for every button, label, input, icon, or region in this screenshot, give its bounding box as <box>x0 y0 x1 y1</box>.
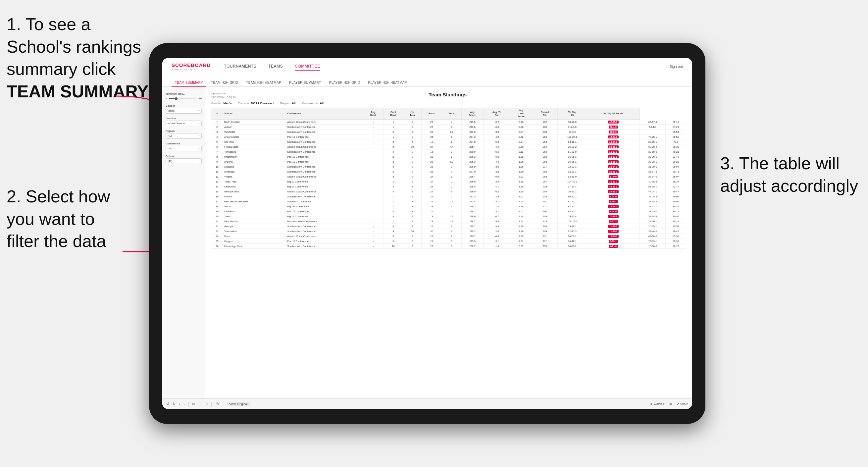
table-cell: Southeastern Conference <box>286 244 363 249</box>
table-row: 1North CarolinaAtlantic Coast Conference… <box>211 120 686 125</box>
table-cell: 265 <box>532 149 558 154</box>
table-cell: 80.94 <box>665 164 686 169</box>
table-cell: 1.98 <box>510 159 532 164</box>
table-cell: 2 <box>383 154 403 159</box>
table-cell: 33-38-4 <box>640 214 665 219</box>
table-cell: 1 <box>383 204 403 209</box>
table-cell: 14-21-0 <box>587 159 640 164</box>
filter-division: Division: NCAA Division I <box>239 102 274 105</box>
table-cell: - <box>363 184 383 189</box>
sidebar-gender-select[interactable]: Men's ▾ <box>165 108 202 114</box>
table-cell: 264 <box>532 145 558 149</box>
table-cell: 13-24-1 <box>587 164 640 169</box>
table-cell: - <box>363 125 383 129</box>
col-overall-rec: OverallRd. <box>532 107 558 120</box>
step2-line1: 2. Select how <box>7 187 110 206</box>
table-cell: Big Ten Conference <box>286 204 363 209</box>
sidebar-division-select[interactable]: NCAA Division I ▾ <box>165 121 202 126</box>
range-slider[interactable] <box>169 96 196 101</box>
table-cell: 7 <box>211 149 223 154</box>
undo-icon[interactable]: ↺ <box>166 402 169 406</box>
table-cell: 79.21 <box>665 149 686 154</box>
table-cell: 260 <box>532 209 558 214</box>
table-cell: 59-39-1 <box>558 224 587 229</box>
sidebar-conference-select[interactable]: (All) ▾ <box>165 146 202 151</box>
share-label: Share <box>680 402 688 406</box>
table-cell: 24 <box>422 209 442 214</box>
sub-nav-team-summary[interactable]: TEAM SUMMARY <box>172 79 206 87</box>
table-cell: 24 <box>422 174 442 179</box>
sub-nav-team-h2h-grid[interactable]: TEAM H2H GRID <box>208 79 241 87</box>
sign-out-button[interactable]: Sign out <box>670 65 683 68</box>
table-cell: Mississippi State <box>223 244 286 249</box>
table-cell: 82.98 <box>665 234 686 239</box>
share-button[interactable]: ↗ Share <box>677 402 688 406</box>
col-avg-low: Avg.LowScore <box>510 107 532 120</box>
sub-nav-player-summary[interactable]: PLAYER SUMMARY <box>286 79 324 87</box>
paste-icon[interactable]: ⊞ <box>198 402 202 406</box>
table-cell: 9 <box>403 234 422 239</box>
step2-line2: you want to <box>7 209 95 228</box>
table-cell: 80.27 <box>665 209 686 214</box>
nav-tournaments[interactable]: TOURNAMENTS <box>224 63 256 70</box>
slider-track <box>169 98 196 99</box>
slider-thumb[interactable] <box>175 97 178 100</box>
sidebar-conference-val: (All) <box>167 147 172 150</box>
table-cell: 1.28 <box>510 224 532 229</box>
sidebar-conference-label: Conference <box>165 142 202 145</box>
table-cell: 88-6-0 <box>587 129 640 134</box>
table-cell: 12 <box>211 174 223 179</box>
table-cell: 80.96 <box>665 199 686 204</box>
table-cell: 12-13-0 <box>587 204 640 209</box>
table-cell: 97-21-1 <box>558 184 587 189</box>
table-cell: 278.2 <box>461 209 483 214</box>
sub-nav-team-h2h-heatmap[interactable]: TEAM H2H HEATMAP <box>243 79 284 87</box>
table-cell: 1.85 <box>510 179 532 184</box>
table-cell: 8 <box>383 224 403 229</box>
table-cell: 279.5 <box>461 239 483 244</box>
table-cell: 29-20-1 <box>640 219 665 224</box>
table-cell: 215 <box>532 219 558 224</box>
step3-line1: 3. The table will <box>720 154 839 173</box>
table-cell: 1 <box>383 199 403 204</box>
table-row: 22GeorgiaSoutheastern Conference-8721127… <box>211 224 686 229</box>
table-cell: Texas Tech <box>223 179 286 184</box>
table-cell: 23 <box>422 244 442 249</box>
table-row: 5Ole MissSoutheastern Conference-3618127… <box>211 139 686 145</box>
table-cell: 2.70 <box>510 120 532 125</box>
table-cell: 80.47 <box>665 189 686 194</box>
table-cell: 0 <box>442 239 461 244</box>
nav-teams[interactable]: TEAMS <box>268 63 283 70</box>
table-row: 21New MexicoMountain West Conference-192… <box>211 219 686 224</box>
table-cell: 24 <box>211 234 223 239</box>
view-original-button[interactable]: View: Original <box>227 402 250 406</box>
clock-icon[interactable]: ⏱ <box>216 402 219 406</box>
forward-icon[interactable]: › <box>183 402 185 406</box>
table-cell: 80.38 <box>665 239 686 244</box>
redo-icon[interactable]: ↻ <box>173 402 176 406</box>
sub-nav-player-h2h-heatmap[interactable]: PLAYER H2H HEATMAP <box>365 79 410 87</box>
nav-committee[interactable]: COMMITTEE <box>295 63 320 70</box>
sidebar-school-select[interactable]: (All) ▾ <box>165 158 202 164</box>
table-cell: -5.8 <box>484 224 510 229</box>
sidebar-max-val: 30 <box>199 97 202 100</box>
table-cell: 23 <box>422 120 442 125</box>
layout-button[interactable]: ⊞ <box>669 402 672 406</box>
copy-icon[interactable]: ⧉ <box>192 402 195 406</box>
filter-conference-label: Conference: <box>302 102 318 105</box>
table-cell: -4.6 <box>484 159 510 164</box>
sidebar-region-select[interactable]: N/A ▾ <box>165 133 202 139</box>
table-cell: 270 <box>532 244 558 249</box>
sign-out-separator: | <box>665 64 666 69</box>
grid-icon[interactable]: ⊞ <box>205 402 208 406</box>
back-icon[interactable]: ‹ <box>179 402 180 406</box>
table-cell: 10 <box>211 164 223 169</box>
sub-nav-player-h2h-grid[interactable]: PLAYER H2H GRID <box>326 79 364 87</box>
instruction-step3: 3. The table will adjust accordingly <box>720 152 858 197</box>
table-cell: Duke <box>223 234 286 239</box>
col-no-tour: NoTour <box>403 107 422 120</box>
watch-button[interactable]: 👁 Watch ▾ <box>650 402 665 406</box>
table-cell: 1.41 <box>510 219 532 224</box>
table-cell: Atlantic Coast Conference <box>286 234 363 239</box>
table-cell: 266 <box>532 224 558 229</box>
